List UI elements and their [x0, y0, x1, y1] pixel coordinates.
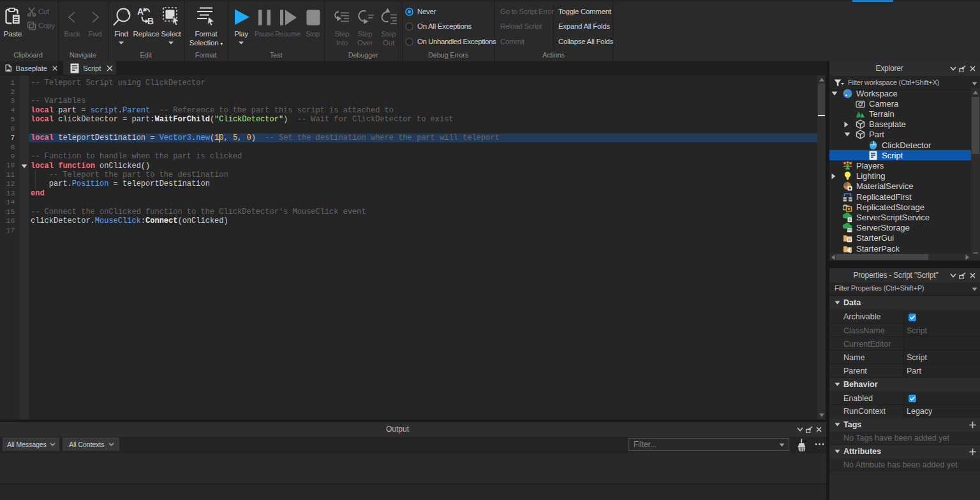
- svg-text:A: A: [137, 6, 144, 17]
